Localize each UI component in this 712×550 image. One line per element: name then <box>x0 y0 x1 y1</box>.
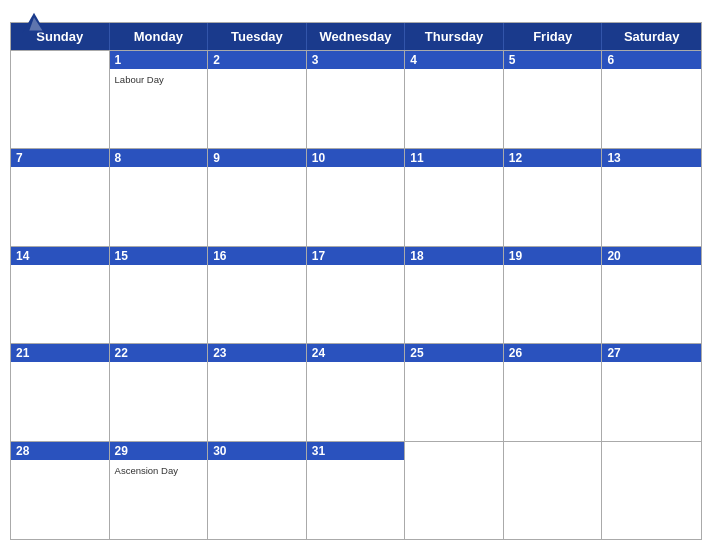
day-number: 8 <box>110 149 208 167</box>
week-row-3: 14151617181920 <box>11 246 701 344</box>
day-number: 22 <box>110 344 208 362</box>
day-header-saturday: Saturday <box>602 23 701 50</box>
day-cell: 2 <box>208 51 307 148</box>
day-number-empty <box>504 442 602 446</box>
week-row-1: 1Labour Day23456 <box>11 50 701 148</box>
day-cell: 12 <box>504 149 603 246</box>
day-cell: 7 <box>11 149 110 246</box>
day-headers-row: SundayMondayTuesdayWednesdayThursdayFrid… <box>11 23 701 50</box>
day-cell: 9 <box>208 149 307 246</box>
calendar-grid: SundayMondayTuesdayWednesdayThursdayFrid… <box>10 22 702 540</box>
day-cell: 1Labour Day <box>110 51 209 148</box>
logo <box>20 10 52 38</box>
day-cell: 27 <box>602 344 701 441</box>
day-header-friday: Friday <box>504 23 603 50</box>
day-cell: 3 <box>307 51 406 148</box>
day-header-tuesday: Tuesday <box>208 23 307 50</box>
day-number: 24 <box>307 344 405 362</box>
day-cell: 28 <box>11 442 110 539</box>
day-number: 3 <box>307 51 405 69</box>
day-number: 21 <box>11 344 109 362</box>
day-cell: 25 <box>405 344 504 441</box>
day-number-empty <box>602 442 701 446</box>
day-cell: 15 <box>110 247 209 344</box>
day-number-empty <box>11 51 109 55</box>
day-cell: 6 <box>602 51 701 148</box>
day-cell: 11 <box>405 149 504 246</box>
day-cell: 19 <box>504 247 603 344</box>
weeks-container: 1Labour Day23456789101112131415161718192… <box>11 50 701 539</box>
day-number: 29 <box>110 442 208 460</box>
day-number: 28 <box>11 442 109 460</box>
day-number: 17 <box>307 247 405 265</box>
day-number: 19 <box>504 247 602 265</box>
day-number: 9 <box>208 149 306 167</box>
day-number-empty <box>405 442 503 446</box>
day-number: 27 <box>602 344 701 362</box>
day-number: 26 <box>504 344 602 362</box>
day-cell: 5 <box>504 51 603 148</box>
day-number: 15 <box>110 247 208 265</box>
day-number: 13 <box>602 149 701 167</box>
holiday-label: Labour Day <box>115 74 203 85</box>
day-cell <box>405 442 504 539</box>
day-cell: 18 <box>405 247 504 344</box>
week-row-5: 2829Ascension Day3031 <box>11 441 701 539</box>
day-header-thursday: Thursday <box>405 23 504 50</box>
holiday-label: Ascension Day <box>115 465 203 476</box>
day-cell: 29Ascension Day <box>110 442 209 539</box>
day-number: 2 <box>208 51 306 69</box>
day-cell <box>11 51 110 148</box>
calendar-container: SundayMondayTuesdayWednesdayThursdayFrid… <box>0 0 712 550</box>
day-cell: 20 <box>602 247 701 344</box>
day-number: 18 <box>405 247 503 265</box>
day-cell: 8 <box>110 149 209 246</box>
day-number: 1 <box>110 51 208 69</box>
day-cell: 26 <box>504 344 603 441</box>
day-number: 11 <box>405 149 503 167</box>
day-cell: 24 <box>307 344 406 441</box>
day-number: 30 <box>208 442 306 460</box>
day-number: 20 <box>602 247 701 265</box>
day-number: 31 <box>307 442 405 460</box>
day-number: 10 <box>307 149 405 167</box>
day-cell: 21 <box>11 344 110 441</box>
day-cell: 10 <box>307 149 406 246</box>
week-row-2: 78910111213 <box>11 148 701 246</box>
day-cell <box>504 442 603 539</box>
day-header-monday: Monday <box>110 23 209 50</box>
week-row-4: 21222324252627 <box>11 343 701 441</box>
day-number: 25 <box>405 344 503 362</box>
day-number: 5 <box>504 51 602 69</box>
day-cell: 13 <box>602 149 701 246</box>
day-number: 4 <box>405 51 503 69</box>
day-number: 16 <box>208 247 306 265</box>
day-cell: 17 <box>307 247 406 344</box>
logo-icon <box>20 10 48 38</box>
day-number: 6 <box>602 51 701 69</box>
calendar-header <box>0 0 712 18</box>
day-cell: 4 <box>405 51 504 148</box>
day-cell <box>602 442 701 539</box>
day-cell: 22 <box>110 344 209 441</box>
day-number: 7 <box>11 149 109 167</box>
day-cell: 30 <box>208 442 307 539</box>
day-cell: 23 <box>208 344 307 441</box>
day-number: 23 <box>208 344 306 362</box>
day-cell: 14 <box>11 247 110 344</box>
day-cell: 31 <box>307 442 406 539</box>
day-header-wednesday: Wednesday <box>307 23 406 50</box>
day-number: 12 <box>504 149 602 167</box>
day-number: 14 <box>11 247 109 265</box>
day-cell: 16 <box>208 247 307 344</box>
